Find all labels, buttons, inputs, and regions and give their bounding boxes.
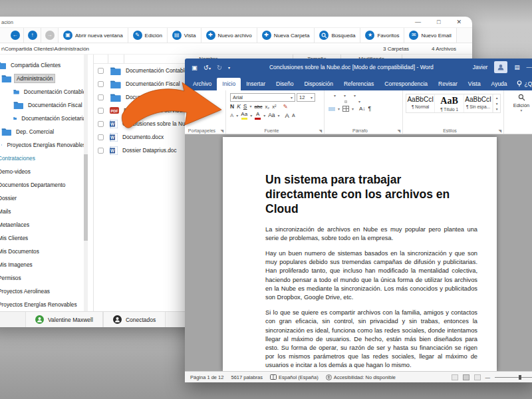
tree-item[interactable]: Mis Documentos — [0, 245, 88, 258]
italic-button[interactable]: K — [237, 104, 241, 110]
row-checkbox[interactable] — [98, 148, 104, 154]
tree-item[interactable]: Proyectos Energías Renovables — [0, 138, 88, 152]
styles-dialog-launcher[interactable]: ◥ — [498, 128, 501, 133]
font-dialog-launcher[interactable]: ◥ — [319, 128, 322, 133]
account-name[interactable]: Javier — [473, 64, 488, 70]
paragraph-dialog-launcher[interactable]: ◥ — [397, 128, 400, 133]
tab-diseno[interactable]: Diseño — [271, 78, 299, 90]
account-avatar[interactable] — [494, 61, 507, 73]
tab-ayuda[interactable]: Ayuda — [486, 78, 513, 90]
ribbon-display-options-icon[interactable]: ▤ — [514, 64, 519, 70]
tab-referencias[interactable]: Referencias — [338, 78, 379, 90]
redo-icon[interactable]: ↻ — [217, 64, 222, 71]
view-button[interactable]: ▤Vista — [168, 28, 201, 43]
edit-button[interactable]: ✎Edición — [128, 28, 168, 43]
change-case-button[interactable]: Aa — [268, 112, 275, 118]
editing-button[interactable]: Edición ▾ — [509, 94, 532, 112]
tab-revisar[interactable]: Revisar — [433, 78, 463, 90]
minimize-icon[interactable]: — — [415, 19, 421, 25]
borders-button[interactable] — [342, 106, 349, 112]
forward-button[interactable]: → — [41, 28, 59, 43]
tree-item[interactable]: Proyectos Energías Renovables — [0, 298, 88, 311]
tree-item[interactable]: Proyectos Aerolineas — [0, 285, 88, 298]
align-center-button[interactable] — [334, 100, 336, 103]
tree-item[interactable]: Documentación Contable — [0, 85, 88, 98]
zoom-slider[interactable] — [495, 377, 532, 378]
format-painter-icon[interactable]: ✎ — [283, 104, 288, 110]
sort-button[interactable]: A↓ — [359, 106, 365, 112]
tree-item[interactable]: Contrataciones — [0, 152, 88, 165]
justify-button[interactable] — [344, 100, 347, 103]
tree-item[interactable]: Documentos Departamento — [0, 178, 88, 192]
show-marks-button[interactable]: ¶ — [368, 106, 371, 112]
tree-item[interactable]: Dossier — [0, 192, 88, 205]
close-icon[interactable]: ✕ — [456, 19, 462, 25]
numbering-button[interactable] — [338, 94, 341, 97]
row-checkbox[interactable] — [98, 134, 104, 140]
tree-item[interactable]: Documentación Societaria — [0, 112, 88, 125]
highlight-color-button[interactable]: Aa — [241, 112, 247, 120]
new-email-button[interactable]: ✉Nuevo Email — [404, 28, 456, 43]
tab-correspondencia[interactable]: Correspondencia — [379, 78, 433, 90]
accessibility-status[interactable]: Accesibilidad: No disponible — [326, 374, 396, 380]
align-left-button[interactable] — [329, 100, 331, 103]
word-count[interactable]: 5617 palabras — [231, 374, 263, 380]
text-effects-button[interactable]: A — [230, 113, 233, 118]
tree-item[interactable]: Permisos — [0, 271, 88, 285]
word-minimize-icon[interactable]: — — [527, 64, 532, 70]
style-sin-espaciado[interactable]: AaBbCcI ¶ Sin espa... — [464, 94, 493, 112]
row-checkbox[interactable] — [98, 121, 104, 127]
tab-disposicion[interactable]: Disposición — [299, 78, 338, 90]
bold-button[interactable]: N — [230, 104, 234, 110]
tree-item[interactable]: Dep. Comercial — [0, 125, 88, 138]
tab-insertar[interactable]: Insertar — [241, 78, 271, 90]
font-name-select[interactable]: Arial▾ — [230, 93, 295, 102]
styles-gallery-scroll[interactable]: ▴ ▾ ▾ — [493, 94, 500, 112]
row-checkbox[interactable] — [98, 94, 104, 100]
open-new-window-button[interactable]: ▣Abrir nueva ventana — [59, 28, 128, 43]
superscript-button[interactable]: x² — [272, 104, 276, 110]
print-layout-button[interactable] — [463, 374, 469, 380]
new-file-button[interactable]: ✚Nuevo archivo — [201, 28, 257, 43]
up-button[interactable]: ↑ — [24, 28, 41, 43]
tell-me-search[interactable]: ¿Qué dese — [513, 78, 532, 90]
tree-item[interactable]: Demo-videos — [0, 165, 88, 178]
tree-item[interactable]: Mails — [0, 205, 88, 218]
shading-button[interactable] — [329, 106, 335, 111]
connected-users-button[interactable]: Conectados — [103, 312, 166, 327]
multilevel-list-button[interactable] — [348, 94, 351, 97]
shrink-font-button[interactable]: A — [292, 113, 295, 118]
bullets-button[interactable] — [329, 94, 331, 97]
save-icon[interactable]: ▣ — [192, 64, 198, 71]
tree-item[interactable]: Mis Clientes — [0, 231, 88, 245]
tab-vista[interactable]: Vista — [463, 78, 486, 90]
row-checkbox[interactable] — [98, 81, 104, 87]
style-normal[interactable]: AaBbCcI ¶ Normal — [406, 94, 435, 112]
user-button[interactable]: Valentine Maxwell — [25, 312, 103, 327]
favorites-button[interactable]: ★Favoritos — [360, 28, 404, 43]
web-layout-button[interactable] — [474, 374, 481, 380]
align-right-button[interactable] — [339, 100, 342, 103]
read-mode-button[interactable] — [452, 374, 458, 380]
tree-scrollbar-thumb[interactable] — [84, 154, 88, 241]
style-titulo1[interactable]: AaB ¶ Título 1 — [435, 94, 464, 112]
tree-item[interactable]: Metaenlaces — [0, 218, 88, 231]
zoom-slider-handle[interactable] — [519, 375, 521, 380]
line-spacing-button[interactable] — [353, 100, 356, 103]
font-size-select[interactable]: 12▾ — [297, 93, 315, 102]
tree-item-selected[interactable]: Administración — [0, 72, 88, 85]
zoom-out-icon[interactable]: — — [485, 374, 491, 380]
page-indicator[interactable]: Página 1 de 12 — [190, 374, 223, 380]
maximize-icon[interactable]: □ — [437, 19, 440, 25]
increase-indent-button[interactable] — [367, 94, 370, 97]
back-button[interactable]: ← — [7, 28, 24, 43]
decrease-indent-button[interactable] — [362, 94, 364, 97]
grow-font-button[interactable]: A — [285, 112, 289, 119]
document-page[interactable]: Un sistema para trabajar directamente co… — [223, 137, 497, 371]
proofing-status[interactable]: Español (España) — [270, 374, 319, 380]
search-button[interactable]: Búsqueda — [315, 28, 360, 43]
tree-item[interactable]: Mis Imagenes — [0, 258, 88, 271]
row-checkbox[interactable] — [98, 68, 104, 74]
subscript-button[interactable]: x₂ — [265, 104, 270, 110]
undo-icon[interactable]: ↺▾ — [203, 64, 211, 71]
